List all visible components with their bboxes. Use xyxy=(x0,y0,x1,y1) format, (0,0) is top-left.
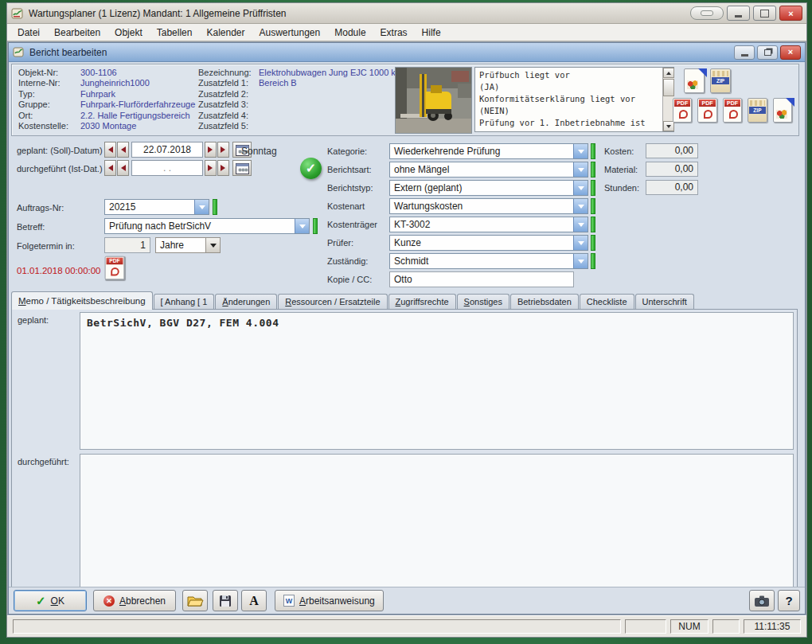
betreff-combobox[interactable]: Prüfung nach BetrSichV xyxy=(104,218,310,234)
minimize-button[interactable] xyxy=(727,6,750,21)
arbeitsanweisung-button[interactable]: W Arbeitsanweisung xyxy=(275,590,384,611)
pdf-report-icon[interactable] xyxy=(105,256,125,279)
created-datetime: 01.01.2018 00:00:00 xyxy=(17,266,101,275)
maximize-button[interactable] xyxy=(753,6,776,21)
field-combobox[interactable]: Wartungskosten xyxy=(389,198,588,214)
attachment-icon[interactable] xyxy=(748,98,767,123)
field-value[interactable]: 0,00 xyxy=(646,143,698,158)
menu-item[interactable]: Auswertungen xyxy=(252,25,328,40)
right-arrow-icon xyxy=(208,146,216,153)
field-label: Zusatzfeld 4: xyxy=(198,111,259,121)
field-status-bar xyxy=(591,217,595,232)
date-next-year-button[interactable] xyxy=(217,142,229,158)
date-prev-year-button[interactable] xyxy=(104,142,116,158)
geplant-date-control: 22.07.2018 xyxy=(104,142,252,158)
open-button[interactable] xyxy=(182,590,208,611)
maximize-icon xyxy=(760,10,769,18)
field-combobox[interactable]: Wiederkehrende Prüfung xyxy=(389,143,588,159)
tab[interactable]: Betriebsdaten xyxy=(510,294,579,310)
field-combobox[interactable]: KT-3002 xyxy=(389,217,588,232)
dialog-restore-button[interactable] xyxy=(757,45,778,60)
calendar-icon xyxy=(236,162,249,174)
tab[interactable]: Checkliste xyxy=(580,294,634,310)
chevron-down-icon[interactable] xyxy=(573,254,588,268)
folgetermin-unit-combobox[interactable]: Jahre xyxy=(155,237,221,253)
date-next-year-button[interactable] xyxy=(217,160,229,176)
attachment-icon[interactable] xyxy=(710,68,731,93)
camera-button[interactable] xyxy=(749,590,775,611)
field-value[interactable]: 0,00 xyxy=(646,162,698,177)
attachment-icon[interactable] xyxy=(773,98,792,123)
minimize-icon xyxy=(735,15,742,18)
dialog-icon xyxy=(13,46,25,58)
field-value: Bereich B xyxy=(259,78,297,88)
field-combobox[interactable]: Extern (geplant) xyxy=(389,180,588,196)
dialog-minimize-button[interactable] xyxy=(734,45,755,60)
chevron-down-icon[interactable] xyxy=(295,219,309,233)
menu-item[interactable]: Hilfe xyxy=(415,25,448,40)
field-value[interactable]: 0,00 xyxy=(646,180,698,195)
chevron-down-icon[interactable] xyxy=(573,236,588,250)
object-info-col2: Bezeichnung: Elektrohubwagen Jung EJC 10… xyxy=(198,68,400,131)
chevron-down-icon[interactable] xyxy=(573,144,588,158)
tab[interactable]: Ressourcen / Ersatzteile xyxy=(278,294,387,310)
tab[interactable]: Änderungen xyxy=(215,294,277,310)
geplant-date-field[interactable]: 22.07.2018 xyxy=(131,142,203,158)
help-button[interactable]: ? xyxy=(778,590,800,611)
attachment-icon[interactable] xyxy=(697,98,716,123)
save-button[interactable] xyxy=(213,590,238,611)
calendar-button[interactable] xyxy=(232,160,252,176)
tab[interactable]: Unterschrift xyxy=(635,294,694,310)
object-notes[interactable]: Prüfbuch liegt vor (JA) Konformitätserkl… xyxy=(474,67,674,132)
close-button[interactable]: × xyxy=(779,6,802,21)
tab[interactable]: Sonstiges xyxy=(457,294,509,310)
menu-item[interactable]: Module xyxy=(327,25,373,40)
menu-item[interactable]: Bearbeiten xyxy=(47,25,107,40)
object-info-row: Objekt-Nr: 300-1106 xyxy=(18,68,195,78)
date-prev-year-button[interactable] xyxy=(104,160,116,176)
ok-button[interactable]: ✓ OK xyxy=(14,590,87,611)
durchgefuehrt-date-field[interactable]: . . xyxy=(131,160,203,176)
menu-item[interactable]: Kalender xyxy=(199,25,252,40)
dialog-close-button[interactable]: × xyxy=(780,45,801,60)
tab[interactable]: Memo / Tätigkeitsbeschreibung xyxy=(11,291,153,310)
tab[interactable]: Zugriffsrechte xyxy=(388,294,456,310)
date-prev-day-button[interactable] xyxy=(117,160,129,176)
memo-geplant-textarea[interactable]: BetrSichV, BGV D27, FEM 4.004 xyxy=(80,312,794,450)
font-button[interactable]: A xyxy=(241,590,267,611)
attachment-icon[interactable] xyxy=(723,98,742,123)
field-label: Gruppe: xyxy=(18,100,80,110)
auftrag-combobox[interactable]: 20215 xyxy=(104,199,209,215)
attachment-icon[interactable] xyxy=(673,98,692,123)
date-prev-day-button[interactable] xyxy=(117,142,129,158)
date-next-day-button[interactable] xyxy=(205,142,217,158)
chevron-down-icon[interactable] xyxy=(205,238,220,252)
attachments xyxy=(673,66,792,123)
tab[interactable]: [ Anhang [ 1 xyxy=(154,294,215,310)
memo-durchgefuehrt-textarea[interactable] xyxy=(80,454,794,589)
field-combobox[interactable]: ohne Mängel xyxy=(389,162,588,178)
help-icon: ? xyxy=(785,594,792,607)
chevron-down-icon[interactable] xyxy=(573,181,588,195)
app-window: Wartungsplaner (1 Lizenz) Mandant: 1 All… xyxy=(6,2,807,638)
object-info-row: Typ: Fuhrpark xyxy=(18,89,195,100)
chevron-down-icon[interactable] xyxy=(573,217,588,232)
field-combobox[interactable]: Otto xyxy=(389,271,574,287)
form-row: Prüfer: Kunze xyxy=(327,235,595,251)
date-next-day-button[interactable] xyxy=(205,160,217,176)
rollup-button[interactable] xyxy=(690,6,724,20)
menu-item[interactable]: Datei xyxy=(10,25,47,40)
chevron-down-icon[interactable] xyxy=(194,200,209,214)
field-combobox[interactable]: Kunze xyxy=(389,235,588,251)
menu-item[interactable]: Objekt xyxy=(107,25,150,40)
folgetermin-value-field[interactable]: 1 xyxy=(104,237,150,253)
field-combobox[interactable]: Schmidt xyxy=(389,253,588,269)
cancel-button[interactable]: ✕ Abbrechen xyxy=(93,590,176,611)
attachment-icon[interactable] xyxy=(684,68,705,93)
menu-item[interactable]: Extras xyxy=(373,25,415,40)
dialog-body: Objekt-Nr: 300-1106 Interne-Nr: Junghein… xyxy=(9,62,805,614)
menu-item[interactable]: Tabellen xyxy=(150,25,200,40)
status-check-icon: ✓ xyxy=(300,158,322,179)
chevron-down-icon[interactable] xyxy=(573,162,588,177)
chevron-down-icon[interactable] xyxy=(573,199,588,213)
